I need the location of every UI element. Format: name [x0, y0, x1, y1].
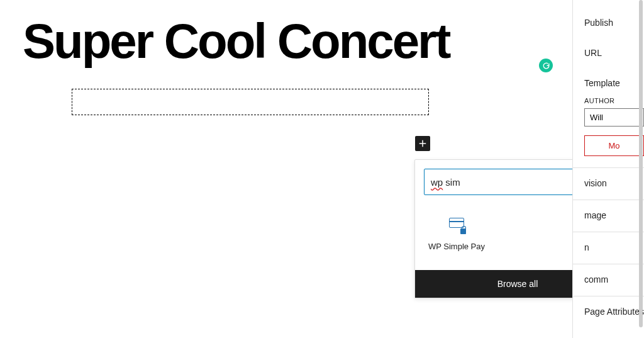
- sidebar-revisions[interactable]: vision: [573, 167, 644, 188]
- settings-sidebar: Publish URL Template AUTHOR Will Mo visi…: [572, 0, 644, 338]
- scrollbar[interactable]: [639, 0, 643, 327]
- sidebar-publish[interactable]: Publish: [573, 18, 644, 28]
- sidebar-author-heading: AUTHOR: [573, 97, 644, 104]
- move-to-trash-button[interactable]: Mo: [584, 135, 644, 156]
- block-result-label: WP Simple Pay: [426, 242, 487, 251]
- empty-paragraph-block[interactable]: [72, 89, 429, 115]
- add-block-button[interactable]: [415, 136, 430, 151]
- post-title[interactable]: Super Cool Concert: [23, 18, 449, 64]
- sidebar-url[interactable]: URL: [573, 48, 644, 58]
- grammarly-icon[interactable]: [539, 59, 553, 72]
- wp-simple-pay-icon: [449, 218, 464, 233]
- sidebar-featured-image[interactable]: mage: [573, 200, 644, 220]
- sidebar-template[interactable]: Template: [573, 78, 644, 88]
- sidebar-discussion[interactable]: comm: [573, 264, 644, 284]
- editor-canvas: Super Cool Concert wp sim ✕ WP Simple Pa…: [0, 0, 572, 338]
- sidebar-excerpt[interactable]: n: [573, 232, 644, 252]
- block-result-wp-simple-pay[interactable]: WP Simple Pay: [424, 210, 489, 259]
- author-select[interactable]: Will: [584, 108, 644, 127]
- sidebar-page-attributes[interactable]: Page Attributes: [573, 296, 644, 317]
- search-text: wp sim: [431, 177, 593, 188]
